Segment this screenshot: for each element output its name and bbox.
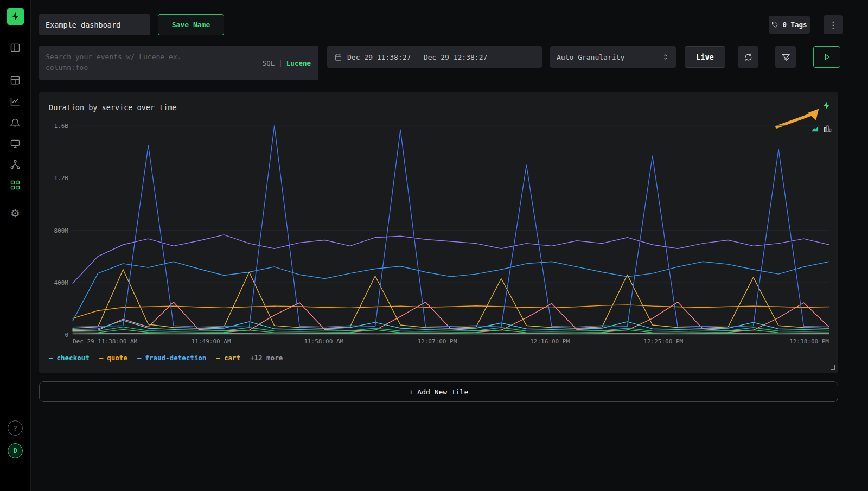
help-button[interactable]: ?	[8, 420, 23, 436]
legend-item[interactable]: —quote	[99, 354, 127, 362]
play-icon	[822, 53, 831, 61]
bell-icon	[10, 118, 21, 129]
settings-gear-icon: ⚙	[10, 207, 20, 220]
svg-text:12:25:00 PM: 12:25:00 PM	[643, 338, 683, 345]
lang-divider: |	[278, 59, 283, 67]
legend-item[interactable]: —cart	[216, 354, 240, 362]
sidebar-item-dashboards[interactable]	[9, 178, 22, 192]
legend-items: —checkout—quote—fraud-detection—cart	[49, 354, 240, 362]
zap-icon	[822, 101, 831, 110]
service-map-icon	[10, 159, 21, 170]
dashboard-name-input[interactable]	[39, 14, 150, 35]
save-name-button[interactable]: Save Name	[158, 14, 224, 35]
refresh-button[interactable]	[738, 46, 758, 68]
help-icon: ?	[14, 424, 17, 432]
svg-text:Dec 29 11:38:00 AM: Dec 29 11:38:00 AM	[73, 338, 138, 345]
sidebar-item-search[interactable]	[9, 41, 22, 54]
add-new-tile-button[interactable]: + Add New Tile	[39, 381, 838, 402]
more-options-button[interactable]: ⋮	[824, 15, 843, 34]
sidebar-item-sessions[interactable]	[9, 137, 22, 150]
chevron-updown-icon	[662, 53, 669, 61]
tile-title: Duration by service over time	[49, 103, 177, 112]
lucene-toggle[interactable]: Lucene	[286, 59, 311, 67]
app-logo[interactable]	[7, 8, 24, 25]
granularity-select[interactable]: Auto Granularity	[550, 46, 676, 68]
kebab-icon: ⋮	[828, 20, 838, 30]
svg-text:12:16:00 PM: 12:16:00 PM	[530, 338, 570, 345]
legend-item[interactable]: —fraud-detection	[137, 354, 206, 362]
logo-bolt-icon	[10, 11, 21, 22]
calendar-icon	[334, 53, 342, 61]
user-avatar[interactable]: D	[8, 443, 23, 458]
sidebar-item-alerts[interactable]	[9, 117, 22, 130]
sidebar-item-settings[interactable]: ⚙	[9, 207, 22, 220]
quick-actions-zap-button[interactable]	[822, 101, 831, 110]
live-button[interactable]: Live	[685, 46, 725, 68]
dashboard-grid-icon	[10, 180, 21, 190]
tags-label: 0 Tags	[782, 21, 807, 29]
query-language-toggle: SQL | Lucene	[263, 46, 311, 80]
svg-text:12:07:00 PM: 12:07:00 PM	[417, 338, 457, 345]
legend-item[interactable]: —checkout	[49, 354, 90, 362]
date-range-value: Dec 29 11:38:27 - Dec 29 12:38:27	[347, 53, 487, 61]
tag-icon	[771, 21, 778, 28]
monitor-icon	[10, 138, 21, 149]
svg-text:11:58:00 AM: 11:58:00 AM	[304, 338, 343, 345]
svg-text:11:49:00 AM: 11:49:00 AM	[192, 338, 231, 345]
sidebar-item-chart-explorer[interactable]	[9, 95, 22, 108]
chart-area[interactable]: 0400M800M1.2B1.6BDec 29 11:38:00 AM11:49…	[43, 116, 834, 352]
filter-button[interactable]	[775, 46, 796, 68]
date-range-picker[interactable]: Dec 29 11:38:27 - Dec 29 12:38:27	[327, 46, 542, 68]
duration-chart-svg: 0400M800M1.2B1.6BDec 29 11:38:00 AM11:49…	[43, 116, 834, 349]
svg-text:800M: 800M	[54, 227, 69, 234]
svg-text:1.6B: 1.6B	[54, 123, 69, 130]
search-placeholder: Search your events w/ Lucene ex. column:…	[46, 52, 208, 73]
legend-more-link[interactable]: +12 more	[250, 354, 283, 362]
table-icon	[10, 75, 21, 86]
refresh-icon	[744, 53, 753, 62]
tile-resize-handle[interactable]	[831, 365, 835, 370]
svg-text:1.2B: 1.2B	[54, 175, 69, 182]
sidebar-item-service-map[interactable]	[9, 158, 22, 171]
sidebar-item-tables[interactable]	[9, 74, 22, 87]
svg-text:400M: 400M	[54, 279, 69, 286]
avatar-initial: D	[13, 447, 17, 455]
svg-text:12:38:00 PM: 12:38:00 PM	[789, 338, 829, 345]
tags-button[interactable]: 0 Tags	[769, 16, 810, 34]
live-label: Live	[696, 53, 714, 61]
chart-legend: —checkout—quote—fraud-detection—cart +12…	[49, 354, 283, 362]
save-name-label: Save Name	[172, 21, 210, 29]
sidebar: ⚙ ? D	[0, 0, 31, 491]
search-input[interactable]: Search your events w/ Lucene ex. column:…	[39, 46, 318, 80]
svg-text:0: 0	[65, 331, 68, 339]
filter-icon	[781, 53, 790, 62]
sql-toggle[interactable]: SQL	[263, 59, 275, 67]
chart-tile: Duration by service over time 0400M800M1…	[39, 92, 838, 373]
panel-layout-icon	[10, 42, 21, 53]
granularity-value: Auto Granularity	[557, 53, 624, 61]
add-new-tile-label: + Add New Tile	[409, 388, 469, 396]
line-chart-icon	[10, 96, 21, 107]
run-query-button[interactable]	[813, 46, 840, 68]
app-root: ⚙ ? D Save Name 0 Tags ⋮ Search your eve…	[0, 0, 868, 491]
